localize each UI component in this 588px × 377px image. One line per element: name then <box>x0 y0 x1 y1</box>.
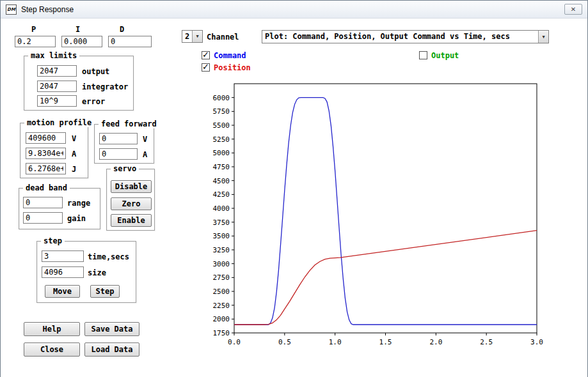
app-icon: DM <box>6 4 17 15</box>
d-label: D <box>120 25 124 34</box>
svg-text:3000: 3000 <box>213 260 230 268</box>
ff-velocity-label: V <box>143 135 147 144</box>
output-checkbox-label: Output <box>431 51 459 60</box>
dead-band-title: dead band <box>23 183 70 192</box>
i-label: I <box>75 25 80 34</box>
jerk-label: J <box>72 165 76 174</box>
svg-text:4500: 4500 <box>213 177 230 185</box>
chart-area: 1750200022502500275030003250350037504000… <box>204 79 553 360</box>
velocity-input[interactable] <box>26 132 66 144</box>
channel-label: Channel <box>207 33 239 42</box>
velocity-label: V <box>72 134 76 143</box>
svg-text:2.0: 2.0 <box>429 338 442 346</box>
svg-text:1750: 1750 <box>213 329 230 337</box>
chevron-down-icon[interactable]: ▼ <box>538 31 548 43</box>
output-checkbox[interactable] <box>419 51 427 59</box>
gain-label: gain <box>67 214 86 223</box>
svg-text:3500: 3500 <box>213 232 230 240</box>
svg-text:5500: 5500 <box>213 121 230 130</box>
ff-velocity-input[interactable] <box>99 133 138 144</box>
plot-select[interactable]: Plot: Command, Position, Output Command … <box>262 30 549 43</box>
svg-text:2.5: 2.5 <box>480 338 493 346</box>
move-button[interactable]: Move <box>45 285 80 298</box>
integrator-limit-label: integrator <box>82 82 128 91</box>
svg-text:1.5: 1.5 <box>379 338 392 346</box>
svg-text:3250: 3250 <box>213 246 230 254</box>
range-label: range <box>67 199 90 208</box>
chart: 1750200022502500275030003250350037504000… <box>204 79 553 360</box>
servo-group: servo Disable Zero Enable <box>106 169 155 231</box>
i-input[interactable] <box>61 36 102 47</box>
step-size-input[interactable] <box>42 266 84 278</box>
svg-text:4750: 4750 <box>213 163 230 171</box>
svg-text:2500: 2500 <box>213 288 230 296</box>
channel-select-value: 2 <box>182 31 192 42</box>
svg-text:2000: 2000 <box>213 315 230 323</box>
svg-text:1.0: 1.0 <box>329 338 342 346</box>
integrator-limit-input[interactable] <box>37 81 77 92</box>
motion-profile-group: motion profile V A J <box>20 123 88 178</box>
range-input[interactable] <box>23 197 63 208</box>
output-limit-label: output <box>82 67 109 76</box>
d-input[interactable] <box>108 36 152 47</box>
position-checkbox-label: Position <box>214 63 251 72</box>
step-response-window: DM Step Response ✕ P I D max limits outp… <box>0 0 588 377</box>
p-input[interactable] <box>15 36 56 47</box>
error-limit-label: error <box>82 97 105 106</box>
client-area: P I D max limits output integrator error… <box>1 19 587 377</box>
svg-text:0.0: 0.0 <box>228 338 241 346</box>
position-checkbox[interactable] <box>202 63 210 72</box>
ff-acceleration-input[interactable] <box>99 148 138 160</box>
p-label: P <box>31 25 36 34</box>
plot-select-value: Plot: Command, Position, Output Command … <box>262 31 538 43</box>
ff-acceleration-label: A <box>143 150 147 159</box>
disable-button[interactable]: Disable <box>111 180 152 193</box>
svg-text:5250: 5250 <box>213 135 230 144</box>
max-limits-title: max limits <box>28 51 79 60</box>
save-data-button[interactable]: Save Data <box>84 322 139 336</box>
svg-text:3.0: 3.0 <box>530 338 543 346</box>
svg-text:4000: 4000 <box>213 204 230 213</box>
svg-text:4250: 4250 <box>213 190 230 199</box>
step-time-input[interactable] <box>42 250 84 262</box>
svg-text:5750: 5750 <box>213 107 230 116</box>
output-limit-input[interactable] <box>37 65 77 77</box>
svg-text:2250: 2250 <box>213 302 230 310</box>
window-title: Step Response <box>21 5 74 14</box>
enable-button[interactable]: Enable <box>111 214 152 227</box>
step-group: step time,secs size Move Step <box>36 241 136 303</box>
step-size-label: size <box>88 268 106 277</box>
close-icon[interactable]: ✕ <box>564 4 582 15</box>
acceleration-input[interactable] <box>26 148 66 159</box>
command-checkbox-label: Command <box>214 51 246 60</box>
servo-title: servo <box>111 164 139 173</box>
channel-select[interactable]: 2 ▼ <box>182 30 203 43</box>
step-button[interactable]: Step <box>90 285 120 298</box>
dead-band-group: dead band range gain <box>19 188 100 229</box>
feed-forward-group: feed forward V A <box>94 124 154 164</box>
svg-text:2750: 2750 <box>213 273 230 282</box>
step-time-label: time,secs <box>88 252 129 261</box>
zero-button[interactable]: Zero <box>111 197 152 210</box>
feed-forward-title: feed forward <box>99 119 159 128</box>
load-data-button[interactable]: Load Data <box>84 342 139 357</box>
chevron-down-icon[interactable]: ▼ <box>192 31 202 42</box>
svg-text:3750: 3750 <box>213 219 230 227</box>
titlebar[interactable]: DM Step Response ✕ <box>1 1 587 19</box>
svg-text:5000: 5000 <box>213 149 230 157</box>
command-checkbox[interactable] <box>202 51 210 59</box>
svg-text:6000: 6000 <box>213 94 230 102</box>
motion-profile-title: motion profile <box>24 118 94 127</box>
max-limits-group: max limits output integrator error <box>24 56 134 111</box>
close-button[interactable]: Close <box>24 342 80 357</box>
jerk-input[interactable] <box>26 163 66 174</box>
acceleration-label: A <box>72 150 76 158</box>
help-button[interactable]: Help <box>24 322 80 336</box>
gain-input[interactable] <box>23 212 63 224</box>
error-limit-input[interactable] <box>37 95 77 107</box>
svg-text:0.5: 0.5 <box>278 338 291 346</box>
step-title: step <box>41 236 65 245</box>
